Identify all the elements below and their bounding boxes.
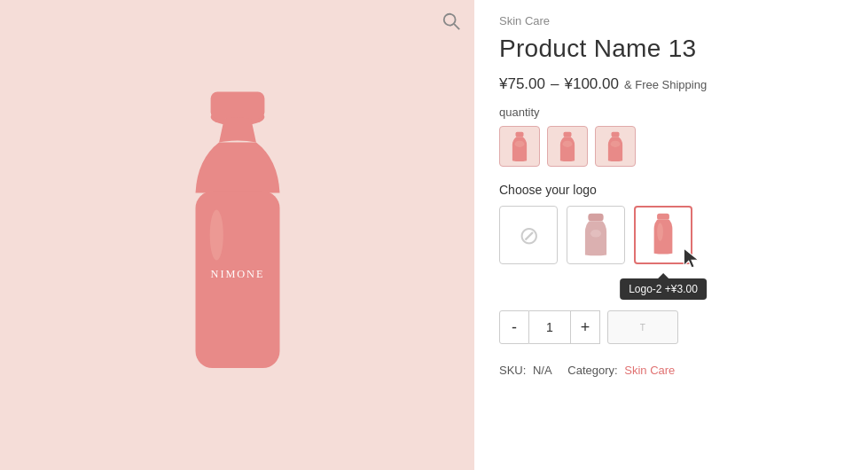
cursor-arrow-icon [682, 247, 701, 270]
quantity-stepper: - 1 + T [499, 310, 843, 344]
logo-2-tooltip: Logo-2 +¥3.00 [620, 278, 707, 300]
svg-rect-13 [588, 214, 603, 222]
svg-point-10 [563, 141, 573, 147]
quantity-label: quantity [499, 106, 843, 119]
svg-rect-15 [657, 214, 669, 220]
logo-option-none[interactable]: ⊘ [499, 206, 558, 264]
product-title: Product Name 13 [499, 35, 843, 63]
svg-point-0 [444, 14, 456, 26]
logo-section-label: Choose your logo [499, 183, 843, 197]
svg-point-14 [590, 230, 601, 238]
category-label: Skin Care [499, 14, 843, 27]
price-separator: – [551, 75, 559, 93]
quantity-swatch-2[interactable] [547, 126, 588, 167]
product-bottle: NIMONE [158, 0, 317, 470]
category-meta-link[interactable]: Skin Care [624, 364, 675, 377]
product-image-panel: NIMONE [0, 0, 474, 470]
product-details-panel: Skin Care Product Name 13 ¥75.00 – ¥100.… [474, 0, 868, 470]
quantity-decrease-button[interactable]: - [499, 310, 529, 344]
quantity-increase-button[interactable]: + [570, 310, 600, 344]
price-max: ¥100.00 [564, 75, 618, 93]
free-shipping: & Free Shipping [624, 78, 707, 91]
svg-point-8 [515, 141, 525, 147]
svg-point-12 [611, 141, 621, 147]
sku-label: SKU: [499, 364, 526, 377]
svg-point-6 [209, 210, 223, 261]
svg-line-1 [454, 24, 459, 29]
price-min: ¥75.00 [499, 75, 545, 93]
logo-option-2[interactable]: Logo-2 +¥3.00 [634, 206, 692, 264]
zoom-icon[interactable] [439, 9, 464, 34]
svg-rect-7 [516, 132, 524, 137]
add-to-cart-area: T [607, 310, 678, 344]
svg-rect-11 [612, 132, 620, 137]
quantity-swatch-3[interactable] [595, 126, 636, 167]
quantity-swatch-1[interactable] [499, 126, 540, 167]
quantity-value: 1 [529, 310, 570, 344]
logo-option-1[interactable] [567, 206, 625, 264]
no-logo-icon: ⊘ [519, 221, 539, 250]
quantity-swatches [499, 126, 843, 167]
category-meta-label: Category: [567, 364, 617, 377]
logo-options-row: ⊘ Logo-2 +¥3.00 [499, 206, 843, 264]
svg-rect-3 [210, 92, 264, 119]
svg-text:NIMONE: NIMONE [210, 268, 264, 280]
svg-rect-9 [564, 132, 572, 137]
svg-point-16 [657, 223, 663, 241]
sku-value: N/A [533, 364, 552, 377]
price-row: ¥75.00 – ¥100.00 & Free Shipping [499, 75, 843, 93]
meta-row: SKU: N/A Category: Skin Care [499, 364, 843, 377]
